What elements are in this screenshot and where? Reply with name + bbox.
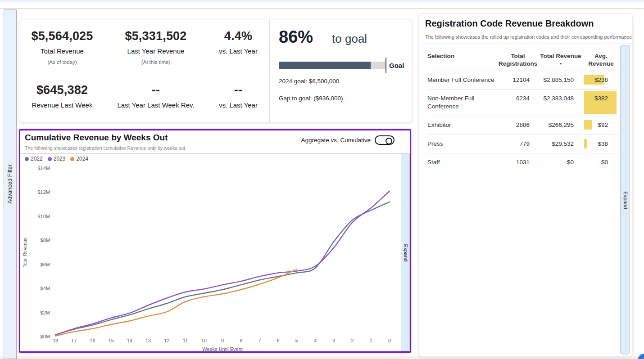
chart-legend: 202220232024 (25, 156, 88, 162)
column-header-total-registrations[interactable]: Total Registrations (499, 53, 537, 68)
dashboard-page: Advanced Filter $5,564,025 Total Revenue… (0, 0, 644, 359)
kpi-label: vs. Last Year (219, 47, 258, 55)
table-row[interactable]: Non-Member Full Conference6234$2,383,048… (427, 90, 618, 116)
sort-descending-icon: ▼ (540, 62, 581, 65)
aggregate-cumulative-toggle-group: Aggregate vs. Cumulative (301, 135, 395, 145)
revenue-cell: $29,532 (540, 140, 581, 148)
x-axis-title: Weeks Until Event (202, 346, 243, 351)
table-row[interactable]: Press779$29,532$38 (427, 135, 618, 153)
expand-label: Expand (403, 244, 408, 261)
y-axis-title: Total Revenue (22, 237, 27, 267)
selection-cell: Press (427, 140, 496, 148)
x-tick-label: 18 (53, 338, 58, 343)
kpi-label: Last Year Last Week Rev. (117, 101, 194, 109)
legend-dot-icon (70, 157, 74, 161)
y-tick-label: $0M (41, 334, 50, 339)
kpi-total-revenue: $5,564,025 Total Revenue (As of today) (19, 20, 105, 75)
chat-bubble-button[interactable] (638, 354, 644, 359)
y-tick-label: $6M (41, 262, 50, 267)
table-row[interactable]: Staff1031$0$0 (427, 153, 618, 171)
goal-panel: 86% to goal Goal 2024 goal: $6,500,000 G… (270, 20, 412, 122)
x-tick-label: 13 (145, 338, 151, 343)
goal-suffix: to goal (332, 32, 367, 46)
breakdown-expand-tab[interactable]: Expand (620, 45, 630, 355)
chart-subtitle: The following showcases registration cum… (25, 145, 185, 151)
registration-breakdown-card: Registration Code Revenue Breakdown The … (419, 13, 633, 357)
top-strip (0, 0, 644, 2)
kpi-sublabel: (As of today) (47, 59, 77, 65)
y-tick-label: $12M (37, 189, 50, 195)
legend-item-2024[interactable]: 2024 (70, 156, 88, 162)
column-header-selection[interactable]: Selection (427, 53, 496, 68)
kpi-label: vs. Last Year (219, 101, 258, 109)
advanced-filter-rail[interactable]: Advanced Filter (4, 9, 17, 359)
series-line-2023 (55, 191, 390, 335)
y-tick-label: $10M (37, 214, 50, 219)
series-line-2022 (55, 202, 390, 335)
goal-percent: 86% (279, 27, 313, 47)
x-tick-label: 5 (295, 338, 298, 343)
registrations-cell: 6234 (499, 94, 537, 111)
kpi-last-year-last-week: -- Last Year Last Week Rev. (105, 75, 207, 122)
registrations-cell: 12104 (499, 76, 537, 84)
y-tick-label: $8M (41, 238, 50, 243)
selection-cell: Member Full Conference (427, 76, 496, 84)
goal-progress-track (279, 62, 385, 69)
registrations-cell: 2886 (499, 121, 537, 129)
legend-label: 2022 (31, 156, 43, 162)
kpi-vs-last-year: 4.4% vs. Last Year (207, 20, 270, 75)
line-chart[interactable]: $0M$2M$4M$6M$8M$10M$12M$14M1817161514131… (20, 154, 401, 351)
kpi-vs-last-year-week: -- vs. Last Year (207, 75, 270, 122)
kpi-value: 4.4% (224, 29, 252, 43)
kpi-last-year-revenue: $5,331,502 Last Year Revenue (At this ti… (105, 20, 207, 75)
breakdown-title: Registration Code Revenue Breakdown (425, 18, 594, 29)
avg-revenue-value: $382 (594, 95, 608, 102)
table-row[interactable]: Exhibitor2886$266,295$92 (427, 116, 618, 135)
selection-cell: Exhibitor (427, 121, 496, 129)
selection-cell: Staff (427, 158, 496, 166)
legend-item-2022[interactable]: 2022 (25, 156, 43, 162)
table-row[interactable]: Member Full Conference12104$2,885,150$23… (427, 71, 618, 90)
x-tick-label: 16 (90, 338, 95, 343)
avg-revenue-bar (584, 120, 592, 130)
revenue-cell: $2,383,048 (540, 94, 581, 111)
goal-marker-line (385, 58, 386, 73)
column-header-label: Total Revenue (540, 53, 581, 59)
avg-revenue-value: $92 (598, 121, 608, 128)
breakdown-table: Selection Total Registrations Total Reve… (427, 49, 618, 171)
x-tick-label: 12 (164, 338, 169, 343)
column-header-total-revenue[interactable]: Total Revenue ▼ (540, 53, 581, 68)
registrations-cell: 779 (499, 140, 537, 148)
legend-label: 2023 (54, 156, 66, 162)
avg-revenue-value: $238 (594, 76, 608, 83)
goal-progress-row: Goal (279, 58, 404, 73)
avg-revenue-value: $38 (598, 140, 608, 147)
x-tick-label: 7 (258, 338, 261, 343)
avg-revenue-cell: $382 (584, 94, 618, 111)
revenue-cell: $2,885,150 (540, 76, 581, 84)
x-tick-label: 2 (351, 338, 354, 343)
toggle-label: Aggregate vs. Cumulative (301, 137, 371, 144)
column-header-avg-revenue[interactable]: Avg. Revenue (584, 53, 618, 68)
chart-expand-tab[interactable]: Expand (401, 154, 410, 351)
kpi-value: -- (234, 83, 242, 97)
advanced-filter-label: Advanced Filter (7, 165, 14, 204)
table-body: Member Full Conference12104$2,885,150$23… (427, 71, 618, 171)
breakdown-header-divider (419, 44, 632, 44)
cumulative-revenue-chart-card[interactable]: Cumulative Revenue by Weeks Out The foll… (19, 129, 411, 353)
kpi-grid: $5,564,025 Total Revenue (As of today) $… (19, 20, 270, 122)
x-tick-label: 14 (127, 338, 132, 343)
y-tick-label: $4M (41, 286, 50, 291)
goal-gap-text: Gap to goal: ($936,000) (279, 95, 343, 102)
chart-header: Cumulative Revenue by Weeks Out The foll… (20, 130, 410, 154)
legend-item-2023[interactable]: 2023 (48, 156, 66, 162)
aggregate-cumulative-toggle[interactable] (375, 135, 395, 145)
x-tick-label: 1 (370, 338, 372, 343)
table-header-row: Selection Total Registrations Total Reve… (427, 49, 618, 71)
legend-dot-icon (25, 157, 29, 161)
chart-title: Cumulative Revenue by Weeks Out (25, 133, 168, 143)
top-divider-line (0, 9, 644, 9)
kpi-label: Total Revenue (41, 47, 84, 55)
kpi-value: $645,382 (36, 83, 88, 97)
goal-progress-fill (279, 62, 371, 69)
